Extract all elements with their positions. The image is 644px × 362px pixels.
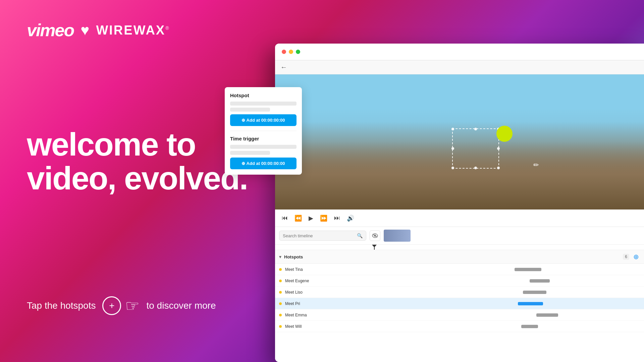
hotspot-yellow-dot[interactable]	[496, 126, 513, 142]
playhead-line	[374, 245, 375, 250]
panel-divider	[230, 131, 297, 131]
table-row: Meet Pri	[275, 298, 644, 309]
headline-line1: welcome to	[27, 126, 196, 162]
headline-line2: video, evolved.	[27, 160, 248, 196]
video-controls-bar: ⏮ ⏪ ▶ ⏩ ⏭ 🔊	[275, 209, 644, 227]
skip-back-button[interactable]: ⏮	[280, 213, 289, 223]
search-timeline-container[interactable]: 🔍	[279, 231, 366, 241]
hotspot-dot	[279, 280, 282, 282]
browser-window: ← ✏ ⏮ ⏪	[275, 44, 644, 362]
hotspot-bar-area	[464, 309, 640, 320]
handle-middle-left[interactable]	[451, 147, 454, 150]
visibility-toggle-button[interactable]	[370, 230, 380, 241]
time-trigger-field-1	[230, 145, 297, 149]
time-trigger-title: Time trigger	[230, 136, 297, 141]
heart-icon: ♥	[80, 22, 89, 39]
hotspot-dot	[279, 302, 282, 305]
timeline-section: 🔍 ▾ Hotspots 6 ⊕	[275, 227, 644, 362]
handle-bottom-middle[interactable]	[474, 167, 477, 169]
pencil-edit-icon[interactable]: ✏	[533, 161, 539, 169]
hotspot-bar-area	[464, 275, 640, 286]
video-area: ✏	[275, 74, 644, 209]
skip-forward-button[interactable]: ⏭	[333, 213, 341, 223]
handle-top-middle[interactable]	[474, 128, 477, 130]
hotspot-bar	[530, 279, 550, 283]
timeline-toolbar: 🔍	[275, 227, 644, 245]
tagline-suffix: to discover more	[146, 300, 216, 311]
search-timeline-input[interactable]	[283, 233, 354, 238]
hand-cursor-icon: ☞	[125, 296, 140, 315]
hotspot-bar-area	[464, 298, 640, 309]
hotspot-bar	[521, 325, 538, 328]
vimeo-logo: vimeo	[27, 20, 74, 40]
headline: welcome to video, evolved.	[27, 40, 248, 296]
hotspot-dot	[279, 291, 282, 294]
back-button[interactable]: ←	[280, 63, 287, 71]
volume-button[interactable]: 🔊	[345, 213, 356, 223]
hotspot-panel-title: Hotspot	[230, 93, 297, 98]
left-panel: vimeo ♥ WIREWAX® welcome to video, evolv…	[0, 0, 275, 362]
svg-line-1	[373, 234, 377, 237]
prev-frame-button[interactable]: ⏪	[293, 213, 303, 223]
hotspot-dot	[279, 268, 282, 271]
hotspot-bar-active	[518, 302, 543, 305]
handle-top-left[interactable]	[451, 128, 454, 130]
hotspots-label: Hotspots	[284, 254, 620, 259]
hotspot-name: Meet Will	[285, 324, 461, 329]
dot-green	[296, 50, 300, 54]
plus-circle-icon[interactable]: +	[102, 296, 121, 315]
hotspot-field-1	[230, 102, 297, 106]
hotspot-bar-area	[464, 264, 640, 275]
hotspot-name: Meet Tina	[285, 267, 461, 272]
table-row: Meet Will	[275, 321, 644, 332]
hotspot-rows-container: Meet Tina Meet Eugene Meet Liso	[275, 264, 644, 362]
hotspot-add-button-2[interactable]: ⊕ Add at 00:00:00:00	[230, 158, 297, 169]
hotspot-name: Meet Emma	[285, 313, 461, 317]
logo-bar: vimeo ♥ WIREWAX®	[27, 20, 248, 40]
hotspot-panel: Hotspot ⊕ Add at 00:00:00:00 Time trigge…	[225, 87, 302, 175]
dot-yellow	[289, 50, 293, 54]
hotspot-count-badge: 6	[623, 254, 629, 260]
handle-middle-right[interactable]	[497, 147, 500, 150]
hotspot-bar-area	[464, 321, 640, 332]
chevron-down-icon[interactable]: ▾	[279, 254, 281, 259]
thumbnail-strip[interactable]	[384, 230, 411, 242]
hotspot-add-button-1[interactable]: ⊕ Add at 00:00:00:00	[230, 114, 297, 126]
wirewax-logo: WIREWAX®	[96, 23, 170, 38]
browser-header	[275, 44, 644, 60]
hotspot-bar	[515, 268, 541, 271]
hotspot-bar	[523, 291, 546, 294]
browser-dots	[282, 50, 300, 54]
search-icon[interactable]: 🔍	[357, 233, 363, 238]
time-trigger-field-2	[230, 151, 270, 155]
timeline-playhead-area	[275, 245, 644, 250]
video-scene: ✏	[275, 74, 644, 209]
hotspot-name: Meet Liso	[285, 290, 461, 295]
hotspot-bar	[536, 313, 558, 317]
tagline-prefix: Tap the hotspots	[27, 300, 96, 311]
next-frame-button[interactable]: ⏩	[319, 213, 329, 223]
bottom-tagline: Tap the hotspots + ☞ to discover more	[27, 296, 248, 342]
hotspot-field-2	[230, 108, 270, 112]
table-row: Meet Eugene	[275, 275, 644, 287]
table-row: Meet Liso	[275, 287, 644, 298]
add-hotspot-button[interactable]: ⊕	[632, 253, 640, 261]
hotspots-header: ▾ Hotspots 6 ⊕	[275, 250, 644, 264]
selection-box[interactable]	[452, 128, 499, 169]
hotspot-name: Meet Pri	[285, 301, 461, 306]
hotspot-name: Meet Eugene	[285, 279, 461, 283]
dot-red	[282, 50, 286, 54]
thumbnail-inner	[384, 230, 411, 242]
table-row: Meet Tina	[275, 264, 644, 275]
table-row: Meet Emma	[275, 309, 644, 321]
hotspot-dot	[279, 325, 282, 328]
play-button[interactable]: ▶	[307, 213, 315, 223]
browser-nav: ←	[275, 60, 644, 74]
hotspot-dot	[279, 314, 282, 316]
hotspot-bar-area	[464, 287, 640, 298]
